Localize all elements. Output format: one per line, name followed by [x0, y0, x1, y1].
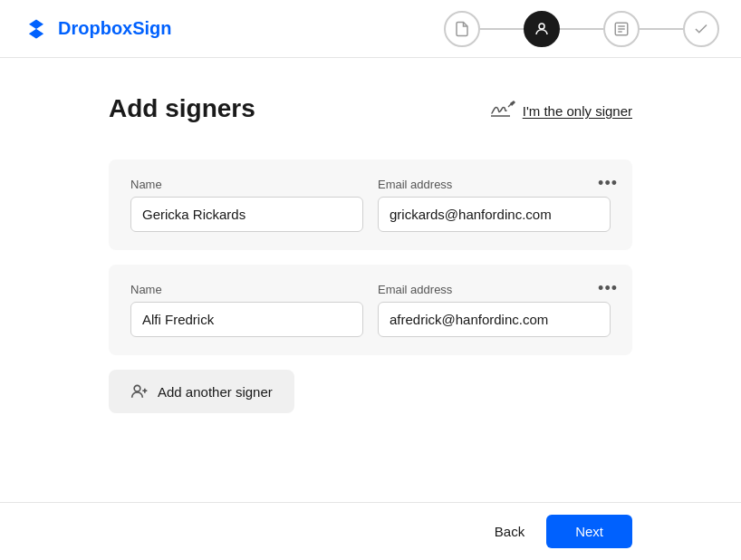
- logo: DropboxSign: [22, 14, 172, 43]
- signer-2-email-input[interactable]: [378, 302, 611, 337]
- logo-text: DropboxSign: [58, 18, 172, 39]
- back-button[interactable]: Back: [495, 524, 524, 539]
- bottom-bar: Back Next: [0, 502, 741, 560]
- signer-2-name-label: Name: [130, 283, 363, 296]
- svg-point-8: [134, 385, 140, 391]
- signer-2-more-button[interactable]: •••: [598, 279, 618, 298]
- main-content: Add signers I'm the only signer ••• Name: [0, 58, 741, 449]
- step-line-3: [640, 28, 683, 30]
- step-fields: [603, 11, 640, 47]
- add-another-signer-label: Add another signer: [158, 384, 273, 400]
- step-review: [683, 11, 719, 47]
- next-button[interactable]: Next: [546, 515, 632, 548]
- step-line-2: [560, 28, 603, 30]
- add-person-icon: [130, 382, 149, 401]
- svg-point-1: [539, 24, 544, 29]
- page-title: Add signers: [109, 94, 255, 123]
- step-line-1: [480, 28, 524, 30]
- signer-1-email-group: Email address: [378, 178, 611, 232]
- add-another-signer-button[interactable]: Add another signer: [109, 370, 294, 413]
- signer-1-name-label: Name: [130, 178, 363, 191]
- header: DropboxSign: [0, 0, 741, 58]
- signer-1-name-input[interactable]: [130, 197, 363, 232]
- signer-card-1: ••• Name Email address: [109, 159, 632, 250]
- signer-2-email-group: Email address: [378, 283, 611, 337]
- signer-2-fields: Name Email address: [130, 283, 611, 337]
- signer-2-name-input[interactable]: [130, 302, 363, 337]
- step-signers: [524, 11, 560, 47]
- only-signer-button[interactable]: I'm the only signer: [490, 99, 632, 123]
- title-row: Add signers I'm the only signer: [109, 94, 632, 145]
- only-signer-label: I'm the only signer: [523, 103, 632, 119]
- signature-icon: [490, 99, 515, 123]
- step-document: [444, 11, 480, 47]
- progress-steps: [444, 11, 719, 47]
- dropbox-logo-icon: [22, 14, 51, 43]
- signer-2-name-group: Name: [130, 283, 363, 337]
- signer-card-2: ••• Name Email address: [109, 265, 632, 355]
- signer-1-more-button[interactable]: •••: [598, 174, 618, 193]
- signer-2-email-label: Email address: [378, 283, 611, 296]
- signer-1-name-group: Name: [130, 178, 363, 232]
- signer-1-fields: Name Email address: [130, 178, 611, 232]
- signer-1-email-label: Email address: [378, 178, 611, 191]
- signer-1-email-input[interactable]: [378, 197, 611, 232]
